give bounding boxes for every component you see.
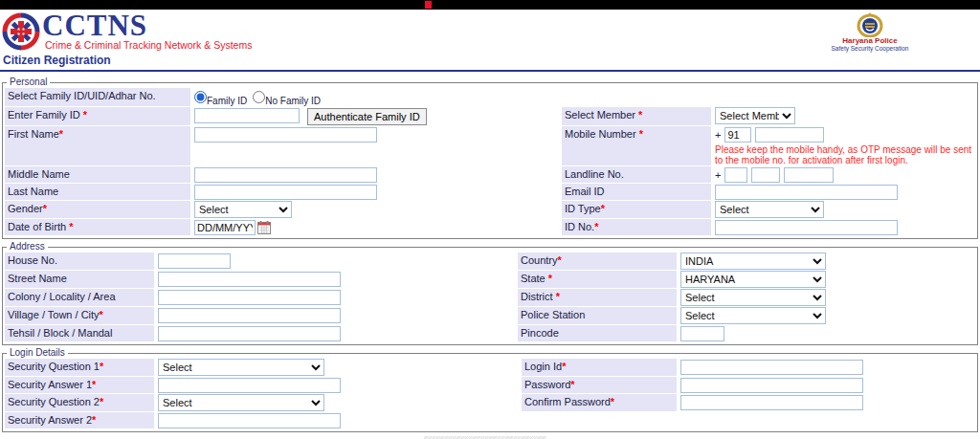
label-text: Country bbox=[521, 254, 558, 266]
email-field-area bbox=[711, 184, 975, 200]
confirm-password-field bbox=[677, 394, 975, 411]
password-label: Password* bbox=[522, 377, 677, 393]
district-select[interactable]: Select bbox=[680, 289, 826, 306]
address-legend: Address bbox=[7, 242, 48, 252]
village-input[interactable] bbox=[158, 308, 341, 323]
required-asterisk: * bbox=[594, 221, 598, 232]
haryana-police-label: Haryana Police bbox=[808, 37, 932, 45]
landline-code-input-2[interactable] bbox=[751, 167, 780, 183]
required-asterisk: * bbox=[43, 203, 47, 214]
label-text: Police Station bbox=[521, 309, 585, 320]
label-text: Select Family ID/UID/Adhar No. bbox=[8, 90, 156, 101]
label-text: Enter Family ID bbox=[8, 109, 80, 121]
gender-select[interactable]: Select bbox=[194, 201, 292, 218]
form-row: Last Name Email ID bbox=[5, 184, 975, 200]
form-row: Security Question 1* Select Login Id* bbox=[5, 359, 975, 376]
required-asterisk: * bbox=[100, 396, 103, 407]
email-label: Email ID bbox=[562, 184, 711, 200]
login-id-input[interactable] bbox=[680, 360, 863, 375]
mobile-plus-sign: + bbox=[715, 126, 721, 141]
password-input[interactable] bbox=[680, 378, 863, 393]
form-row: House No. Country* INDIA bbox=[5, 252, 975, 270]
form-row: Village / Town / City* Police Station Se… bbox=[5, 307, 975, 324]
page-header: CCTNS Crime & Criminal Tracking Network … bbox=[0, 10, 980, 53]
id-type-select[interactable]: Select bbox=[715, 201, 824, 218]
required-asterisk: * bbox=[636, 128, 643, 140]
village-label: Village / Town / City* bbox=[5, 307, 154, 324]
required-asterisk: * bbox=[59, 128, 63, 140]
state-select[interactable]: HARYANA bbox=[680, 271, 826, 288]
label-text: ID Type bbox=[565, 203, 601, 214]
form-row: Tehsil / Block / Mandal Pincode bbox=[5, 325, 975, 341]
label-text: First Name bbox=[8, 128, 59, 140]
security-answer-1-input[interactable] bbox=[158, 378, 341, 393]
id-no-input[interactable] bbox=[715, 220, 898, 235]
mobile-number-input[interactable] bbox=[755, 127, 824, 143]
security-answer-1-field bbox=[154, 377, 522, 393]
required-asterisk: * bbox=[66, 221, 73, 232]
address-section: Address House No. Country* INDIA Street … bbox=[2, 242, 978, 345]
security-question-1-label: Security Question 1* bbox=[5, 359, 154, 376]
label-text: Date of Birth bbox=[8, 221, 66, 232]
landline-field: + bbox=[711, 166, 975, 183]
tehsil-label: Tehsil / Block / Mandal bbox=[5, 325, 154, 341]
no-family-id-radio-label: No Family ID bbox=[265, 96, 321, 106]
security-question-1-select[interactable]: Select bbox=[158, 359, 324, 376]
street-name-input[interactable] bbox=[158, 272, 341, 287]
required-asterisk: * bbox=[635, 109, 642, 121]
colony-input[interactable] bbox=[158, 290, 341, 305]
security-question-2-field: Select bbox=[154, 394, 522, 411]
select-member-select[interactable]: Select Member bbox=[715, 107, 795, 124]
required-asterisk: * bbox=[570, 379, 574, 390]
tehsil-input[interactable] bbox=[158, 326, 341, 341]
pincode-label: Pincode bbox=[518, 325, 677, 341]
security-answer-2-input[interactable] bbox=[158, 413, 341, 428]
confirm-password-input[interactable] bbox=[680, 395, 863, 410]
label-text: Last Name bbox=[8, 186, 58, 197]
label-text: Security Question 2 bbox=[8, 396, 100, 407]
authenticate-family-id-button[interactable]: Authenticate Family ID bbox=[307, 108, 427, 125]
country-field: INDIA bbox=[677, 252, 975, 270]
security-answer-2-label: Security Answer 2* bbox=[5, 412, 154, 428]
form-row: Gender* Select ID Type* Select bbox=[5, 201, 975, 218]
label-text: Landline No. bbox=[565, 168, 624, 180]
last-name-input[interactable] bbox=[194, 185, 377, 200]
calendar-icon[interactable] bbox=[257, 221, 271, 234]
first-name-input[interactable] bbox=[194, 127, 377, 143]
form-row: Security Question 2* Select Confirm Pass… bbox=[5, 394, 975, 411]
family-select-label: Select Family ID/UID/Adhar No. bbox=[5, 88, 190, 106]
label-text: Tehsil / Block / Mandal bbox=[8, 327, 112, 339]
middle-name-input[interactable] bbox=[194, 167, 377, 183]
street-name-label: Street Name bbox=[5, 271, 154, 288]
required-asterisk: * bbox=[100, 361, 103, 372]
landline-plus-sign: + bbox=[715, 166, 721, 181]
form-row: Select Family ID/UID/Adhar No. Family ID… bbox=[5, 88, 975, 106]
landline-code-input-1[interactable] bbox=[724, 167, 747, 183]
colony-field bbox=[154, 289, 518, 306]
mobile-country-code-input[interactable] bbox=[724, 127, 751, 143]
haryana-police-logo-icon bbox=[853, 12, 887, 37]
security-question-2-select[interactable]: Select bbox=[158, 394, 324, 411]
brand-text-block: CCTNS Crime & Criminal Tracking Network … bbox=[42, 11, 252, 51]
enter-family-id-input[interactable] bbox=[194, 108, 300, 123]
label-text: Mobile Number bbox=[565, 128, 636, 140]
security-question-2-label: Security Question 2* bbox=[5, 394, 154, 411]
label-text: Security Question 1 bbox=[8, 361, 100, 372]
house-no-input[interactable] bbox=[158, 253, 231, 269]
house-no-label: House No. bbox=[5, 252, 154, 270]
pincode-input[interactable] bbox=[680, 326, 724, 341]
label-text: Email ID bbox=[565, 186, 605, 197]
family-id-radio[interactable] bbox=[194, 91, 207, 103]
radio-item: Family ID bbox=[194, 91, 247, 106]
label-text: Pincode bbox=[521, 327, 559, 339]
dob-input[interactable] bbox=[194, 220, 256, 235]
no-family-id-radio[interactable] bbox=[253, 91, 265, 103]
personal-section: Personal Select Family ID/UID/Adhar No. … bbox=[2, 77, 978, 239]
landline-number-input[interactable] bbox=[784, 167, 834, 183]
country-select[interactable]: INDIA bbox=[680, 252, 826, 270]
last-name-label: Last Name bbox=[5, 184, 190, 200]
email-input[interactable] bbox=[715, 185, 898, 200]
police-station-select[interactable]: Select bbox=[680, 307, 826, 324]
label-text: Password bbox=[524, 379, 570, 390]
header-divider bbox=[0, 70, 980, 72]
